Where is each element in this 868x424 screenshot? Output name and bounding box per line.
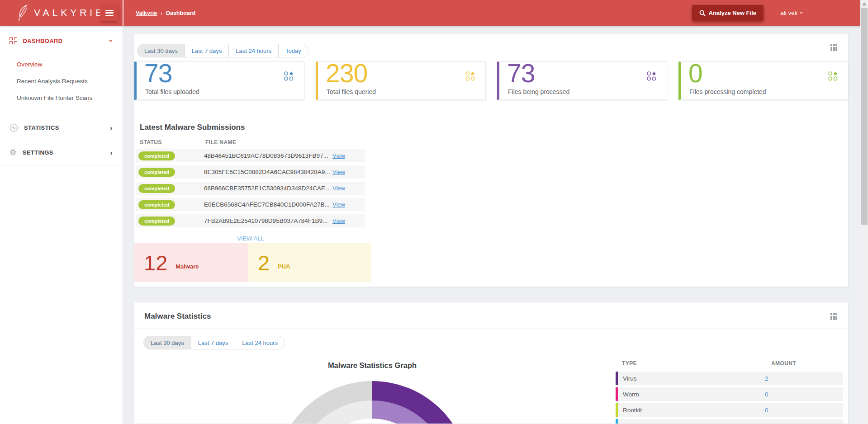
tab-last-7-days[interactable]: Last 7 days [191,336,236,349]
status-badge: completed [138,184,175,193]
view-link[interactable]: View [332,185,345,192]
column-amount: AMOUNT [771,360,796,367]
column-status: STATUS [140,139,205,146]
sidebar-section-dashboard[interactable]: DASHBOARD › [0,34,123,47]
file-name: 8E305FE5C15C0882D4A6CAC98430428A9... [204,169,330,175]
type-color-bar [616,387,618,401]
chevron-right-icon: › [110,149,113,156]
file-name: 66B966CBE35752E1C530934D348D24CAF... [204,185,329,192]
chevron-down-icon: › [798,12,804,14]
hamburger-menu-button[interactable] [100,5,119,21]
tab-last-7-days[interactable]: Last 7 days [185,44,229,57]
stat-card-files-being-processed: 73 Files being processed [497,61,667,100]
malware-counter: 12 Malware [134,243,248,282]
overview-card: Last 30 days Last 7 days Last 24 hours T… [134,34,849,287]
sidebar-item-unknown-file-hunter-scans[interactable]: Unknown File Hunter Scans [0,91,123,104]
counters-row: 12 Malware 2 PUA [134,243,371,282]
file-name: E0ECB6568C4AFEC7CB840C1D000FA27B... [204,201,330,208]
files-group-star-icon [828,71,838,81]
stat-card-total-files-uploaded: 73 Total files uploaded [134,61,304,100]
feather-icon [17,4,30,21]
type-name: Virus [623,375,765,382]
amount-link[interactable]: 0 [765,407,768,414]
amount-link[interactable]: 0 [765,391,768,398]
view-all-link[interactable]: VIEW ALL [136,235,365,242]
sidebar-section-statistics[interactable]: STATISTICS › [0,121,123,134]
tab-last-30-days[interactable]: Last 30 days [138,44,185,57]
gear-icon: ⚙ [9,149,17,156]
type-table-headers: TYPE AMOUNT [616,360,843,367]
breadcrumb-separator-icon: › [161,10,162,16]
breadcrumb-current: Dashboard [166,10,195,16]
vertical-scrollbar[interactable] [860,0,868,424]
stat-card-files-processing-completed: 0 Files processing completed [678,61,849,100]
graph-title: Malware Statistics Graph [282,361,463,370]
table-row: Rootkit 0 [616,403,843,417]
stat-value: 0 [688,58,702,88]
tab-last-24-hours[interactable]: Last 24 hours [235,336,285,349]
files-group-star-icon [646,71,657,81]
status-badge: completed [138,200,175,209]
view-link[interactable]: View [332,201,345,208]
file-name: 7FB2A89E2E25410798D95B037A784F1B9... [204,217,327,224]
stat-label: Files being processed [508,88,569,95]
malware-statistics-time-filter: Last 30 days Last 7 days Last 24 hours [143,336,285,349]
malware-statistics-card: Malware Statistics Last 30 days Last 7 d… [134,302,849,424]
pua-counter: 2 PUA [248,243,371,282]
stat-card-total-files-queried: 230 Total files queried [316,61,486,100]
submissions-column-headers: STATUS FILE NAME [140,139,366,146]
widget-grid-icon[interactable] [830,44,837,51]
status-badge: completed [138,151,175,160]
column-type: TYPE [622,360,771,367]
chevron-right-icon: › [110,124,113,132]
sidebar-section-settings[interactable]: ⚙ SETTINGS › [0,146,123,159]
status-badge: completed [138,217,175,226]
amount-link[interactable]: 2 [765,375,768,382]
tab-today[interactable]: Today [279,44,308,57]
type-color-bar [616,419,618,424]
pua-label: PUA [278,263,290,270]
table-row: completed 48B46451BC619AC78D083673D9613F… [136,149,365,162]
header-divider [123,0,123,26]
overview-time-filter: Last 30 days Last 7 days Last 24 hours T… [137,44,308,57]
user-name: ali veli [780,9,797,16]
breadcrumb-root-link[interactable]: Valkyrie [136,10,157,16]
main-content: Last 30 days Last 7 days Last 24 hours T… [123,26,860,424]
scroll-up-arrow-icon[interactable] [862,2,867,5]
statistics-pulse-icon [9,123,18,132]
stat-label: Total files queried [327,88,376,95]
sidebar-item-recent-analysis-requests[interactable]: Recent Analysis Requests [0,75,123,87]
chevron-down-icon: › [108,39,115,42]
breadcrumb: Valkyrie › Dashboard [136,0,195,26]
sidebar-divider [0,165,123,165]
pua-count: 2 [258,250,270,275]
table-row: completed 8E305FE5C15C0882D4A6CAC9843042… [136,165,365,179]
tab-last-30-days[interactable]: Last 30 days [144,336,191,349]
tab-last-24-hours[interactable]: Last 24 hours [229,44,279,57]
stat-value: 73 [144,58,172,88]
stat-value: 73 [507,58,535,88]
scrollbar-thumb[interactable] [861,8,868,225]
sidebar: DASHBOARD › Overview Recent Analysis Req… [0,26,123,424]
table-row [616,419,843,424]
stat-cards-row: 73 Total files uploaded 230 Total files … [134,61,849,100]
user-menu[interactable]: ali veli › [780,0,802,26]
submissions-title: Latest Malware Submissions [140,123,245,132]
type-name: Rootkit [623,407,765,414]
stat-value: 230 [326,58,367,88]
top-header: VALKYRIE Valkyrie › Dashboard Analyze Ne… [0,0,860,26]
view-link[interactable]: View [332,217,345,224]
analyze-new-file-button[interactable]: Analyze New File [692,5,764,21]
submissions-table: completed 48B46451BC619AC78D083673D9613F… [136,149,365,231]
view-link[interactable]: View [332,169,345,175]
status-badge: completed [138,168,175,177]
widget-grid-icon[interactable] [830,313,837,320]
dashboard-grid-icon [9,37,17,45]
brand-logo: VALKYRIE [17,4,105,21]
view-link[interactable]: View [332,152,345,159]
type-color-bar [616,403,618,417]
type-name: Worm [623,391,765,398]
file-name: 48B46451BC619AC78D083673D9613FB97... [204,152,328,159]
table-row: Virus 2 [616,372,843,385]
sidebar-item-overview[interactable]: Overview [0,58,123,71]
